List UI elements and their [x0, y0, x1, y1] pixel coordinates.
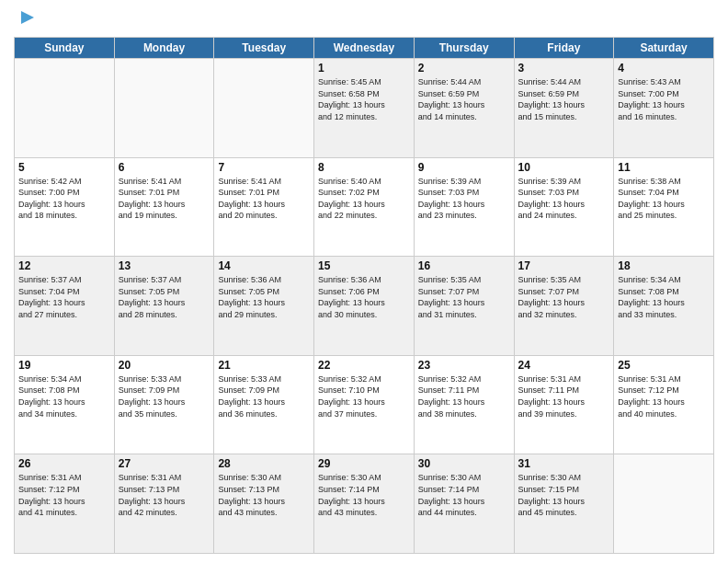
calendar-cell: 4Sunrise: 5:43 AM Sunset: 7:00 PM Daylig…: [614, 59, 714, 158]
logo: [14, 9, 38, 31]
calendar-cell: 25Sunrise: 5:31 AM Sunset: 7:12 PM Dayli…: [614, 355, 714, 454]
day-number: 1: [318, 62, 410, 75]
calendar-cell: [614, 454, 714, 554]
day-info: Sunrise: 5:35 AM Sunset: 7:07 PM Dayligh…: [518, 274, 610, 320]
day-number: 9: [418, 161, 510, 174]
day-info: Sunrise: 5:36 AM Sunset: 7:06 PM Dayligh…: [318, 274, 410, 320]
calendar-cell: 26Sunrise: 5:31 AM Sunset: 7:12 PM Dayli…: [15, 454, 115, 554]
day-info: Sunrise: 5:30 AM Sunset: 7:14 PM Dayligh…: [418, 472, 510, 518]
calendar-table: SundayMondayTuesdayWednesdayThursdayFrid…: [14, 37, 714, 554]
day-info: Sunrise: 5:39 AM Sunset: 7:03 PM Dayligh…: [418, 176, 510, 222]
calendar-cell: [15, 59, 115, 158]
header: [14, 9, 714, 31]
day-number: 6: [119, 161, 210, 174]
day-info: Sunrise: 5:41 AM Sunset: 7:01 PM Dayligh…: [218, 176, 310, 222]
calendar-cell: 31Sunrise: 5:30 AM Sunset: 7:15 PM Dayli…: [514, 454, 614, 554]
calendar-cell: 8Sunrise: 5:40 AM Sunset: 7:02 PM Daylig…: [314, 157, 415, 257]
day-number: 18: [618, 259, 710, 272]
calendar-cell: 5Sunrise: 5:42 AM Sunset: 7:00 PM Daylig…: [15, 157, 115, 257]
day-number: 4: [618, 62, 710, 75]
day-info: Sunrise: 5:34 AM Sunset: 7:08 PM Dayligh…: [18, 373, 110, 419]
day-info: Sunrise: 5:40 AM Sunset: 7:02 PM Dayligh…: [318, 176, 410, 222]
day-number: 12: [18, 259, 110, 272]
calendar-cell: 21Sunrise: 5:33 AM Sunset: 7:09 PM Dayli…: [214, 355, 314, 454]
calendar-cell: 7Sunrise: 5:41 AM Sunset: 7:01 PM Daylig…: [214, 157, 314, 257]
day-info: Sunrise: 5:30 AM Sunset: 7:14 PM Dayligh…: [318, 472, 410, 518]
week-row-4: 26Sunrise: 5:31 AM Sunset: 7:12 PM Dayli…: [15, 454, 714, 554]
day-number: 25: [618, 359, 710, 372]
day-number: 5: [18, 161, 110, 174]
day-info: Sunrise: 5:32 AM Sunset: 7:11 PM Dayligh…: [418, 373, 510, 419]
calendar-cell: [214, 59, 314, 158]
calendar-cell: 22Sunrise: 5:32 AM Sunset: 7:10 PM Dayli…: [314, 355, 415, 454]
svg-marker-0: [21, 11, 34, 24]
header-friday: Friday: [514, 38, 614, 59]
calendar-cell: 28Sunrise: 5:30 AM Sunset: 7:13 PM Dayli…: [214, 454, 314, 554]
day-info: Sunrise: 5:33 AM Sunset: 7:09 PM Dayligh…: [218, 373, 310, 419]
calendar-cell: 12Sunrise: 5:37 AM Sunset: 7:04 PM Dayli…: [15, 257, 115, 356]
day-info: Sunrise: 5:34 AM Sunset: 7:08 PM Dayligh…: [618, 274, 710, 320]
calendar-cell: 1Sunrise: 5:45 AM Sunset: 6:58 PM Daylig…: [314, 59, 415, 158]
day-number: 3: [518, 62, 610, 75]
day-info: Sunrise: 5:37 AM Sunset: 7:04 PM Dayligh…: [18, 274, 110, 320]
calendar-cell: 15Sunrise: 5:36 AM Sunset: 7:06 PM Dayli…: [314, 257, 415, 356]
header-monday: Monday: [114, 38, 214, 59]
day-info: Sunrise: 5:31 AM Sunset: 7:12 PM Dayligh…: [18, 472, 110, 518]
day-info: Sunrise: 5:45 AM Sunset: 6:58 PM Dayligh…: [318, 76, 410, 122]
day-number: 22: [318, 359, 410, 372]
week-row-3: 19Sunrise: 5:34 AM Sunset: 7:08 PM Dayli…: [15, 355, 714, 454]
day-info: Sunrise: 5:31 AM Sunset: 7:13 PM Dayligh…: [119, 472, 210, 518]
calendar-cell: 9Sunrise: 5:39 AM Sunset: 7:03 PM Daylig…: [414, 157, 514, 257]
calendar-cell: 29Sunrise: 5:30 AM Sunset: 7:14 PM Dayli…: [314, 454, 415, 554]
page: SundayMondayTuesdayWednesdayThursdayFrid…: [0, 0, 728, 563]
week-row-0: 1Sunrise: 5:45 AM Sunset: 6:58 PM Daylig…: [15, 59, 714, 158]
calendar-cell: 24Sunrise: 5:31 AM Sunset: 7:11 PM Dayli…: [514, 355, 614, 454]
calendar-cell: 17Sunrise: 5:35 AM Sunset: 7:07 PM Dayli…: [514, 257, 614, 356]
day-number: 14: [218, 259, 310, 272]
day-info: Sunrise: 5:32 AM Sunset: 7:10 PM Dayligh…: [318, 373, 410, 419]
day-info: Sunrise: 5:41 AM Sunset: 7:01 PM Dayligh…: [119, 176, 210, 222]
day-number: 7: [218, 161, 310, 174]
calendar-cell: [114, 59, 214, 158]
day-number: 28: [218, 457, 310, 470]
calendar-cell: 11Sunrise: 5:38 AM Sunset: 7:04 PM Dayli…: [614, 157, 714, 257]
day-number: 11: [618, 161, 710, 174]
header-sunday: Sunday: [15, 38, 115, 59]
day-number: 24: [518, 359, 610, 372]
day-number: 10: [518, 161, 610, 174]
day-number: 29: [318, 457, 410, 470]
calendar-cell: 2Sunrise: 5:44 AM Sunset: 6:59 PM Daylig…: [414, 59, 514, 158]
day-info: Sunrise: 5:31 AM Sunset: 7:11 PM Dayligh…: [518, 373, 610, 419]
day-number: 26: [18, 457, 110, 470]
week-row-2: 12Sunrise: 5:37 AM Sunset: 7:04 PM Dayli…: [15, 257, 714, 356]
day-info: Sunrise: 5:35 AM Sunset: 7:07 PM Dayligh…: [418, 274, 510, 320]
calendar-cell: 20Sunrise: 5:33 AM Sunset: 7:09 PM Dayli…: [114, 355, 214, 454]
calendar-cell: 6Sunrise: 5:41 AM Sunset: 7:01 PM Daylig…: [114, 157, 214, 257]
week-row-1: 5Sunrise: 5:42 AM Sunset: 7:00 PM Daylig…: [15, 157, 714, 257]
calendar-cell: 16Sunrise: 5:35 AM Sunset: 7:07 PM Dayli…: [414, 257, 514, 356]
day-info: Sunrise: 5:31 AM Sunset: 7:12 PM Dayligh…: [618, 373, 710, 419]
day-info: Sunrise: 5:39 AM Sunset: 7:03 PM Dayligh…: [518, 176, 610, 222]
day-number: 27: [119, 457, 210, 470]
day-number: 2: [418, 62, 510, 75]
day-info: Sunrise: 5:43 AM Sunset: 7:00 PM Dayligh…: [618, 76, 710, 122]
day-info: Sunrise: 5:42 AM Sunset: 7:00 PM Dayligh…: [18, 176, 110, 222]
calendar-cell: 3Sunrise: 5:44 AM Sunset: 6:59 PM Daylig…: [514, 59, 614, 158]
day-info: Sunrise: 5:44 AM Sunset: 6:59 PM Dayligh…: [518, 76, 610, 122]
day-number: 15: [318, 259, 410, 272]
day-number: 17: [518, 259, 610, 272]
day-number: 20: [119, 359, 210, 372]
header-saturday: Saturday: [614, 38, 714, 59]
logo-icon: [17, 7, 38, 28]
day-info: Sunrise: 5:30 AM Sunset: 7:15 PM Dayligh…: [518, 472, 610, 518]
day-info: Sunrise: 5:30 AM Sunset: 7:13 PM Dayligh…: [218, 472, 310, 518]
day-number: 13: [119, 259, 210, 272]
header-wednesday: Wednesday: [314, 38, 415, 59]
calendar-cell: 30Sunrise: 5:30 AM Sunset: 7:14 PM Dayli…: [414, 454, 514, 554]
calendar-header-row: SundayMondayTuesdayWednesdayThursdayFrid…: [15, 38, 714, 59]
calendar-cell: 19Sunrise: 5:34 AM Sunset: 7:08 PM Dayli…: [15, 355, 115, 454]
day-info: Sunrise: 5:44 AM Sunset: 6:59 PM Dayligh…: [418, 76, 510, 122]
day-info: Sunrise: 5:36 AM Sunset: 7:05 PM Dayligh…: [218, 274, 310, 320]
calendar-cell: 23Sunrise: 5:32 AM Sunset: 7:11 PM Dayli…: [414, 355, 514, 454]
calendar-cell: 27Sunrise: 5:31 AM Sunset: 7:13 PM Dayli…: [114, 454, 214, 554]
